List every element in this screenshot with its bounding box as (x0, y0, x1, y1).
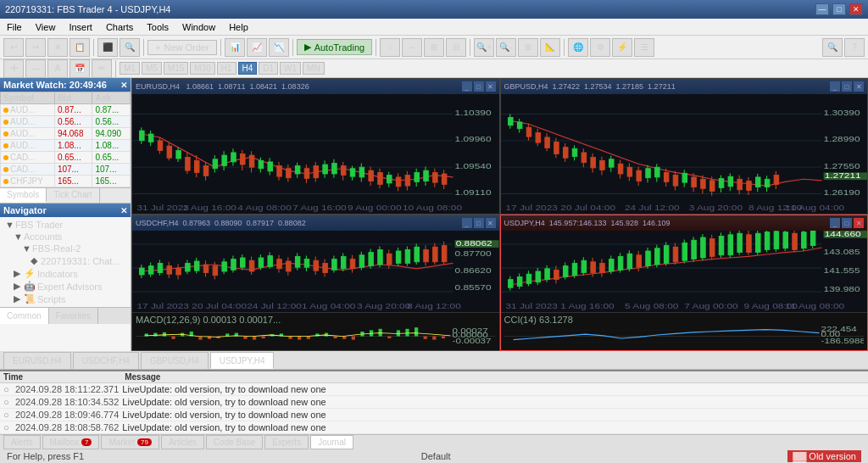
toolbar-btn-18[interactable]: 🌐 (568, 38, 588, 57)
maximize-button[interactable]: □ (832, 3, 846, 15)
chart-gbpusd-minimize[interactable]: _ (830, 81, 840, 92)
help-icon[interactable]: ? (844, 38, 865, 57)
market-watch-row[interactable]: AUD... 0.87... 0.87... (1, 104, 131, 116)
menu-tools[interactable]: Tools (143, 20, 172, 34)
market-watch-row[interactable]: AUD... 94.068 94.090 (1, 128, 131, 140)
terminal-tab-codebase[interactable]: Code Base (206, 435, 263, 449)
toolbar-btn-12[interactable]: ⊞ (424, 38, 444, 57)
toolbar-btn-6[interactable]: 🔍 (120, 38, 140, 57)
draw-tool[interactable]: ✏ (92, 59, 112, 78)
market-watch-row[interactable]: CAD... 0.65... 0.65... (1, 152, 131, 164)
chart-tab-gbpusd[interactable]: GBPUSD,H4 (141, 352, 209, 369)
tf-h1[interactable]: H1 (217, 62, 236, 75)
menu-insert[interactable]: Insert (65, 20, 96, 34)
nav-accounts[interactable]: ▼ Accounts (2, 231, 129, 243)
toolbar-btn-21[interactable]: ☰ (634, 38, 654, 57)
toolbar-btn-20[interactable]: ⚡ (612, 38, 632, 57)
chart-usdchf-controls[interactable]: _ □ ✕ (462, 218, 496, 228)
chart-usdchf[interactable]: USDCHF,H4 0.87963 0.88090 0.87917 0.8808… (131, 215, 500, 351)
market-watch-row[interactable]: CAD... 107... 107... (1, 164, 131, 176)
terminal-tab-experts[interactable]: Experts (264, 435, 309, 449)
nav-account-item[interactable]: ◆ 220719331: Chat... (2, 254, 129, 267)
tab-tick-chart[interactable]: Tick Chart (47, 188, 99, 203)
market-watch-close[interactable]: ✕ (120, 81, 127, 90)
nav-scripts[interactable]: ▶ 📜 Scripts (2, 293, 129, 305)
chart-eurusd[interactable]: EURUSD,H4 1.08661 1.08711 1.08421 1.0832… (131, 78, 500, 215)
tf-m5[interactable]: M5 (142, 62, 162, 75)
tab-symbols[interactable]: Symbols (0, 188, 47, 203)
toolbar-btn-11[interactable]: ↔ (402, 38, 422, 57)
tf-mn[interactable]: MN (303, 62, 325, 75)
chart-tab-usdjpy[interactable]: USDJPY,H4 (210, 352, 275, 369)
chart-eurusd-controls[interactable]: _ □ ✕ (462, 81, 496, 92)
terminal-tab-market[interactable]: Market 79 (101, 435, 159, 449)
nav-fbs-trader[interactable]: ▼ FBS Trader (2, 219, 129, 231)
tf-h4[interactable]: H4 (238, 62, 258, 75)
terminal-tab-alerts[interactable]: Alerts (3, 435, 41, 449)
chart-eurusd-minimize[interactable]: _ (462, 81, 472, 92)
market-watch-row[interactable]: CHFJPY 165... 165... (1, 176, 131, 187)
terminal-tab-mailbox[interactable]: Mailbox 7 (42, 435, 100, 449)
minimize-button[interactable]: — (815, 3, 829, 15)
chart-usdjpy-maximize[interactable]: □ (842, 218, 852, 228)
toolbar-btn-15[interactable]: 🔍- (496, 38, 516, 57)
chart-eurusd-close[interactable]: ✕ (486, 81, 496, 92)
menu-help[interactable]: Help (225, 20, 252, 34)
text-tool[interactable]: A (47, 59, 68, 78)
toolbar-btn-17[interactable]: 📐 (540, 38, 560, 57)
market-watch-row[interactable]: AUD... 1.08... 1.08... (1, 140, 131, 152)
toolbar-btn-8[interactable]: 📈 (247, 38, 267, 57)
menu-view[interactable]: View (32, 20, 59, 34)
toolbar-btn-14[interactable]: 🔍+ (474, 38, 494, 57)
chart-tab-eurusd[interactable]: EURUSD,H4 (3, 352, 71, 369)
window-controls[interactable]: — □ ✕ (815, 3, 863, 15)
terminal-tab-journal[interactable]: Journal (310, 435, 353, 449)
chart-gbpusd-close[interactable]: ✕ (854, 81, 864, 92)
nav-expert-advisors[interactable]: ▶ 🤖 Expert Advisors (2, 280, 129, 293)
nav-tab-common[interactable]: Common (0, 308, 49, 324)
market-watch-row[interactable]: AUD... 0.56... 0.56... (1, 116, 131, 128)
toolbar-btn-7[interactable]: 📊 (225, 38, 245, 57)
toolbar-btn-1[interactable]: ↩ (3, 38, 24, 57)
tf-d1[interactable]: D1 (259, 62, 278, 75)
tf-m30[interactable]: M30 (190, 62, 214, 75)
chart-usdchf-close[interactable]: ✕ (486, 218, 496, 228)
chart-usdjpy[interactable]: USDJPY,H4 145.957:146.133 145.928 146.10… (500, 215, 869, 351)
toolbar-btn-5[interactable]: ⬛ (97, 38, 118, 57)
chart-gbpusd[interactable]: GBPUSD,H4 1.27422 1.27534 1.27185 1.2721… (500, 78, 869, 215)
new-order-button[interactable]: + New Order (147, 40, 217, 55)
tf-w1[interactable]: W1 (280, 62, 301, 75)
toolbar-btn-4[interactable]: 📋 (70, 38, 90, 57)
chart-tab-usdchf[interactable]: USDCHF,H4 (73, 352, 139, 369)
toolbar-btn-3[interactable]: ✕ (47, 38, 68, 57)
menu-file[interactable]: File (3, 20, 25, 34)
toolbar-btn-2[interactable]: ↪ (25, 38, 46, 57)
menu-charts[interactable]: Charts (103, 20, 136, 34)
line-tool[interactable]: — (25, 59, 46, 78)
terminal-tab-articles[interactable]: Articles (161, 435, 204, 449)
autotrading-button[interactable]: ▶ AutoTrading (297, 39, 373, 55)
toolbar-btn-13[interactable]: ⊟ (446, 38, 466, 57)
chart-usdjpy-close[interactable]: ✕ (854, 218, 864, 228)
navigator-close[interactable]: ✕ (120, 206, 127, 215)
toolbar-btn-9[interactable]: 📉 (269, 38, 289, 57)
menu-window[interactable]: Window (179, 20, 219, 34)
chart-usdjpy-minimize[interactable]: _ (830, 218, 840, 228)
tf-m1[interactable]: M1 (120, 62, 140, 75)
tf-m15[interactable]: M15 (164, 62, 188, 75)
chart-gbpusd-controls[interactable]: _ □ ✕ (830, 81, 864, 92)
chart-usdchf-minimize[interactable]: _ (462, 218, 472, 228)
toolbar-btn-19[interactable]: ⚙ (590, 38, 610, 57)
nav-tab-favorites[interactable]: Favorites (49, 308, 98, 324)
chart-gbpusd-maximize[interactable]: □ (842, 81, 852, 92)
close-button[interactable]: ✕ (849, 3, 863, 15)
chart-usdchf-maximize[interactable]: □ (474, 218, 484, 228)
chart-usdjpy-controls[interactable]: _ □ ✕ (830, 218, 864, 228)
toolbar-btn-16[interactable]: ⊞ (518, 38, 538, 57)
toolbar-btn-10[interactable]: ↕ (380, 38, 400, 57)
chart-eurusd-maximize[interactable]: □ (474, 81, 484, 92)
nav-indicators[interactable]: ▶ ⚡ Indicators (2, 267, 129, 280)
crosshair-tool[interactable]: ✛ (3, 59, 24, 78)
period-tool[interactable]: 📅 (70, 59, 90, 78)
search-icon[interactable]: 🔍 (822, 38, 843, 57)
